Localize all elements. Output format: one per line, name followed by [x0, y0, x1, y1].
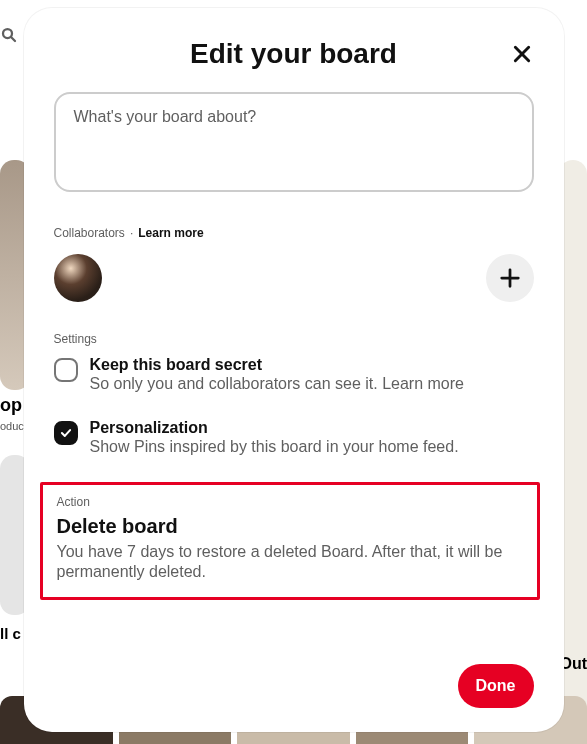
modal-title: Edit your board — [190, 38, 397, 70]
collaborators-label-row: Collaborators · Learn more — [54, 226, 534, 240]
modal-footer: Done — [24, 646, 564, 732]
separator: · — [130, 226, 133, 240]
personalization-checkbox[interactable] — [54, 421, 78, 445]
secret-checkbox[interactable] — [54, 358, 78, 382]
description-input[interactable] — [54, 92, 534, 192]
close-button[interactable] — [508, 40, 536, 68]
secret-text: Keep this board secret So only you and c… — [90, 356, 464, 395]
settings-label: Settings — [54, 332, 534, 346]
secret-setting-row: Keep this board secret So only you and c… — [54, 356, 534, 395]
close-icon — [512, 44, 532, 64]
personalization-title: Personalization — [90, 419, 459, 437]
secret-desc: So only you and collaborators can see it… — [90, 374, 464, 395]
secret-learn-more-link[interactable]: Learn more — [382, 375, 464, 392]
personalization-desc: Show Pins inspired by this board in your… — [90, 437, 459, 458]
avatar[interactable] — [54, 254, 102, 302]
secret-title: Keep this board secret — [90, 356, 464, 374]
check-icon — [59, 426, 73, 440]
delete-title: Delete board — [57, 515, 523, 538]
edit-board-modal: Edit your board Collaborators · Learn mo… — [24, 8, 564, 732]
add-collaborator-button[interactable] — [486, 254, 534, 302]
action-label: Action — [57, 495, 523, 509]
modal-body: Collaborators · Learn more Settings Keep… — [24, 92, 564, 646]
collaborators-label: Collaborators — [54, 226, 125, 240]
delete-board-action[interactable]: Action Delete board You have 7 days to r… — [40, 482, 540, 601]
done-button[interactable]: Done — [458, 664, 534, 708]
collaborators-row — [54, 254, 534, 302]
modal-overlay: Edit your board Collaborators · Learn mo… — [0, 0, 587, 744]
personalization-text: Personalization Show Pins inspired by th… — [90, 419, 459, 458]
delete-desc: You have 7 days to restore a deleted Boa… — [57, 542, 523, 584]
collaborators-learn-more-link[interactable]: Learn more — [138, 226, 203, 240]
settings-section: Settings Keep this board secret So only … — [54, 332, 534, 458]
modal-header: Edit your board — [24, 8, 564, 92]
plus-icon — [499, 267, 521, 289]
personalization-setting-row: Personalization Show Pins inspired by th… — [54, 419, 534, 458]
